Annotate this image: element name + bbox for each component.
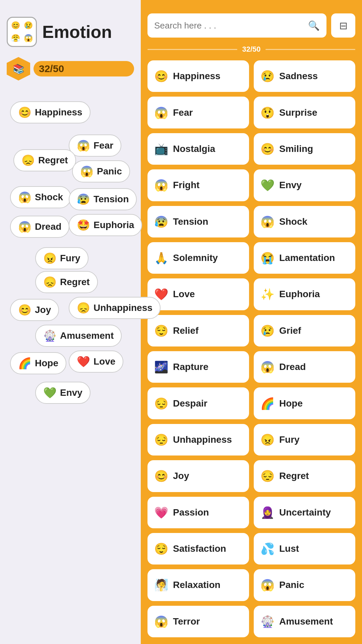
progress-bar-container: 📚 32/50 <box>7 57 134 80</box>
grid-item[interactable]: 😔Despair <box>147 387 249 419</box>
grid-item-emoji: 😔 <box>154 397 168 410</box>
left-panel: 😊😢 😤😱 Emotion 📚 32/50 😊Happiness😱Fear😞Re… <box>0 0 141 644</box>
grid-item[interactable]: 😲Surprise <box>254 97 355 128</box>
grid-item-label: Happiness <box>173 71 221 82</box>
grid-item[interactable]: 😱Panic <box>254 569 355 601</box>
grid-item[interactable]: 😱Fright <box>147 169 249 201</box>
word-emoji: 😰 <box>77 193 90 206</box>
app-icon: 😊😢 😤😱 <box>7 17 37 47</box>
word-emoji: 🌈 <box>18 357 32 370</box>
grid-item-emoji: 💚 <box>260 178 275 192</box>
grid-item-label: Shock <box>279 216 307 227</box>
grid-item-label: Hope <box>279 398 303 409</box>
word-bubble[interactable]: ❤️Love <box>69 351 123 373</box>
grid-item-label: Lamentation <box>279 253 335 263</box>
progress-line-left <box>147 49 237 50</box>
word-bubble[interactable]: 😞Unhappiness <box>69 297 161 319</box>
grid-item[interactable]: 🌌Rapture <box>147 351 249 383</box>
grid-item-emoji: 😢 <box>260 69 275 83</box>
grid-item-emoji: 😊 <box>154 469 168 483</box>
grid-item[interactable]: 🧖Relaxation <box>147 569 249 601</box>
word-bubble[interactable]: 😠Fury <box>35 247 88 269</box>
word-bubble[interactable]: 😞Regret <box>13 149 76 171</box>
grid-item-emoji: 🌈 <box>260 397 275 410</box>
grid-item-emoji: 😔 <box>154 433 168 446</box>
word-bubble[interactable]: 💚Envy <box>35 382 90 404</box>
search-input[interactable] <box>154 20 304 31</box>
grid-item[interactable]: 😱Dread <box>254 351 355 383</box>
grid-item[interactable]: 😊Joy <box>147 460 249 492</box>
word-emoji: 😞 <box>77 302 90 314</box>
word-bubble[interactable]: 🌈Hope <box>10 352 66 374</box>
grid-item-label: Fury <box>279 434 300 445</box>
grid-item-emoji: 😱 <box>260 360 275 374</box>
grid-item[interactable]: 😊Happiness <box>147 60 249 92</box>
right-progress-row: 32/50 <box>147 45 355 54</box>
words-scatter: 😊Happiness😱Fear😞Regret😱Panic😱Shock😰Tensi… <box>7 94 134 597</box>
grid-item-label: Dread <box>279 362 306 372</box>
grid-item[interactable]: 🧕Uncertainty <box>254 497 355 528</box>
grid-item-label: Nostalgia <box>173 144 215 154</box>
grid-item[interactable]: ✨Euphoria <box>254 278 355 310</box>
word-bubble[interactable]: 🎡Amusement <box>35 325 122 347</box>
grid-item[interactable]: 🌈Hope <box>254 387 355 419</box>
grid-item[interactable]: ❤️Love <box>147 278 249 310</box>
grid-item-label: Sadness <box>279 71 318 82</box>
grid-item[interactable]: 😱Fear <box>147 97 249 128</box>
grid-item[interactable]: 🙏Solemnity <box>147 242 249 274</box>
grid-item-label: Satisfaction <box>173 543 226 554</box>
word-emoji: 😱 <box>18 191 32 204</box>
grid-item-emoji: 😠 <box>260 433 275 446</box>
word-bubble[interactable]: 😊Joy <box>10 299 59 321</box>
progress-line-right <box>265 49 355 50</box>
grid-item-label: Rapture <box>173 362 208 372</box>
grid-item[interactable]: 💚Envy <box>254 169 355 201</box>
grid-item[interactable]: 😌Satisfaction <box>147 533 249 565</box>
grid-item-emoji: 🌌 <box>154 360 168 374</box>
grid-item[interactable]: 😱Shock <box>254 206 355 237</box>
grid-item[interactable]: 😰Tension <box>147 206 249 237</box>
grid-item-emoji: 😊 <box>154 69 168 83</box>
grid-item[interactable]: 😱Terror <box>147 606 249 637</box>
word-bubble[interactable]: 😱Fear <box>69 135 121 157</box>
grid-item[interactable]: 😢Sadness <box>254 60 355 92</box>
search-input-wrap[interactable]: 🔍 <box>147 13 326 38</box>
word-bubble[interactable]: 😰Tension <box>69 188 137 210</box>
grid-item-emoji: 😌 <box>154 542 168 555</box>
grid-item[interactable]: 😌Relief <box>147 315 249 346</box>
grid-item[interactable]: 💗Passion <box>147 497 249 528</box>
grid-item-label: Grief <box>279 325 301 336</box>
word-bubble[interactable]: 🤩Euphoria <box>69 214 142 236</box>
grid-item-emoji: 💗 <box>154 506 168 519</box>
word-bubble[interactable]: 😱Dread <box>10 216 69 238</box>
word-emoji: 😊 <box>18 106 32 119</box>
grid-item[interactable]: 😊Smiling <box>254 133 355 165</box>
grid-item[interactable]: 😠Fury <box>254 424 355 455</box>
search-bar-row: 🔍 ⊟ <box>147 13 355 38</box>
grid-item-emoji: 😔 <box>260 469 275 483</box>
word-label: Panic <box>97 166 122 177</box>
word-label: Joy <box>35 305 51 315</box>
word-emoji: 🤩 <box>77 219 90 231</box>
filter-button[interactable]: ⊟ <box>331 13 355 38</box>
word-label: Love <box>94 356 115 367</box>
word-label: Happiness <box>35 107 82 118</box>
word-bubble[interactable]: 😱Shock <box>10 186 71 208</box>
grid-item-label: Fear <box>173 107 193 118</box>
grid-item[interactable]: 🎡Amusement <box>254 606 355 637</box>
word-bubble[interactable]: 😞Regret <box>35 271 98 293</box>
word-emoji: 💚 <box>43 386 57 399</box>
grid-item[interactable]: 😔Regret <box>254 460 355 492</box>
word-bubble[interactable]: 😊Happiness <box>10 101 90 123</box>
grid-item-emoji: 💦 <box>260 542 275 555</box>
grid-item[interactable]: 😭Lamentation <box>254 242 355 274</box>
word-emoji: 😞 <box>21 154 35 167</box>
word-bubble[interactable]: 😱Panic <box>72 160 130 182</box>
grid-item[interactable]: 😔Unhappiness <box>147 424 249 455</box>
grid-item[interactable]: 📺Nostalgia <box>147 133 249 165</box>
word-emoji: 😱 <box>18 220 32 233</box>
grid-item[interactable]: 💦Lust <box>254 533 355 565</box>
progress-bar: 32/50 <box>34 61 134 76</box>
grid-item[interactable]: 😢Grief <box>254 315 355 346</box>
grid-item-emoji: 😱 <box>260 578 275 592</box>
